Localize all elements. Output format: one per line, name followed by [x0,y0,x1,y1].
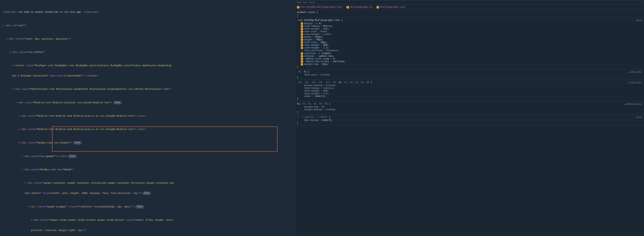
property-toggle-checkbox[interactable]: ✓ [301,52,303,55]
checkbox-icon[interactable]: ✓ [376,6,379,9]
css-property-value[interactable]: inherit; [323,87,334,90]
css-rule-block[interactable]: *, *::before, *::after { <styl box-sizin… [295,115,644,125]
css-property-value[interactable]: inherit; [322,119,333,122]
css-property-value[interactable]: 6rem; [320,30,328,33]
css-selector-dim[interactable]: h2, h3, h4, h5, h6 [301,102,328,105]
css-property-name[interactable]: margin [304,22,312,25]
css-declaration[interactable]: ✓-webkit-box-orient: vertical; [301,60,642,63]
css-rule-block[interactable]: .h1, .h2, .h3, .h4, .h5, .h6, h1, h2, h3… [295,80,644,101]
css-declaration[interactable]: margin-bottom: 0.5rem; [301,84,642,87]
expand-arrow-icon[interactable]: ▾ [16,101,18,104]
css-rule-block[interactable]: .css-10j266g-MuiTypography-root { <styl … [295,18,644,69]
css-declaration[interactable]: ✓-webkit-line-clamp: 4; [301,58,642,60]
flex-badge[interactable]: flex [68,155,76,158]
css-property-name[interactable]: height [304,38,312,41]
css-property-name[interactable]: text-overflow [304,49,322,52]
css-declaration[interactable]: ✓font-size: 6rem; [301,30,642,33]
tree-row[interactable]: ▸<div class="MuiGrid-root MuiGrid-item M… [0,114,295,118]
dom-tree[interactable]: <noscript> You need to enable JavaScript… [0,0,295,236]
source-link[interactable]: <styl [636,116,642,119]
css-declaration[interactable]: ⚠text-overflow: ellipses; [301,49,642,52]
css-property-value[interactable]: ▸ hidden; [319,52,332,55]
property-toggle-checkbox[interactable]: ✓ [301,44,303,46]
css-selector[interactable]: .css-10j266g-MuiTypography-root [297,19,340,22]
css-selector[interactable]: h1, [297,102,301,105]
css-property-value[interactable]: vertical; [333,60,346,63]
css-selector[interactable]: h1 [302,70,307,73]
css-property-name[interactable]: width [304,36,311,38]
expand-arrow-icon[interactable]: ▾ [9,51,12,54]
css-property-value[interactable]: inherit; [315,95,326,98]
tree-row[interactable]: ▸<header class="MuiPaper-root MuiAppBar-… [0,64,295,68]
expand-arrow-icon[interactable]: ▾ [22,168,24,172]
css-property-name[interactable]: line-height [304,92,320,95]
css-property-name[interactable]: -webkit-box-orient [304,60,329,63]
tree-row[interactable]: ▾<div class="MuiBox-root css-1chw9li">fl… [0,141,295,145]
expand-arrow-icon[interactable]: ▸ [12,64,15,67]
css-rule-block[interactable]: .h1, h1 { _type.scss: font-size: 2.5rem;… [295,69,644,80]
css-declaration[interactable]: ✓margin: ▸ 0; [301,22,642,25]
source-link[interactable]: _reboot.scss:1 [624,102,642,105]
css-declaration[interactable]: margin-bottom: 0.5rem; [301,108,642,111]
css-property-value[interactable]: ▸ 0; [316,22,322,25]
css-declaration[interactable]: ✓font-size: 20px; [301,41,642,44]
property-toggle-checkbox[interactable]: ✓ [301,33,303,36]
checkbox-icon[interactable]: ✓ [346,6,349,9]
property-toggle-checkbox[interactable]: ✓ [301,47,303,49]
css-declaration[interactable]: ✓width: 235px; [301,36,642,38]
expand-arrow-icon[interactable]: ▸ [18,114,21,118]
css-declaration[interactable]: ✓font-weight: 500; [301,44,642,47]
css-property-name[interactable]: font-family [304,25,320,28]
expand-arrow-icon[interactable]: ▾ [25,182,27,185]
css-declaration[interactable]: ✓height: 96px; [301,38,642,41]
css-selector[interactable]: h1, [337,81,343,84]
expand-arrow-icon[interactable]: ▾ [3,24,6,27]
checkbox-icon[interactable]: ✓ [297,6,300,9]
property-toggle-checkbox[interactable]: ✓ [301,31,303,33]
css-declaration[interactable]: ✓overflow: ▸ hidden; [301,52,642,55]
property-toggle-checkbox[interactable]: ✓ [301,58,303,60]
css-selector-dim[interactable]: .h1, [297,70,302,73]
source-link[interactable]: _type.scss: [628,70,642,73]
css-property-value[interactable]: 0.5rem; [326,108,336,111]
css-property-name[interactable]: color [304,95,311,98]
property-toggle-checkbox[interactable]: ✓ [301,28,303,30]
class-toggle[interactable]: ✓MuiTypography-root [376,6,405,9]
css-property-name[interactable]: margin-bottom [304,108,322,111]
property-toggle-checkbox[interactable]: ✓ [301,63,303,65]
css-declaration[interactable]: ✓line-height: 1.167; [301,33,642,36]
css-property-name[interactable]: line-height [304,47,320,49]
css-property-value[interactable]: -webkit-box; [318,55,334,58]
expand-arrow-icon[interactable]: ▾ [28,205,30,209]
css-property-name[interactable]: overflow [304,52,316,55]
css-property-value[interactable]: 11px; [322,63,329,66]
css-declaration[interactable]: box-sizing: inherit; [301,119,642,122]
property-toggle-checkbox[interactable]: ✓ [301,41,303,44]
flex-badge[interactable]: flex [113,101,122,104]
class-toggle[interactable]: ✓css-10j266g-MuiTypography-root [297,6,342,9]
css-property-name[interactable]: box-sizing [304,119,318,122]
css-declaration[interactable]: ✓font-family: Metric; [301,25,642,28]
add-class-input[interactable] [296,1,643,5]
property-toggle-checkbox[interactable]: ✓ [301,39,303,41]
css-selector-dim[interactable]: .h1, .h2, .h3, .h4, .h5, .h6, [297,81,337,84]
css-declaration[interactable]: ✓display: -webkit-box; [301,55,642,58]
css-property-name[interactable]: line-height [304,33,320,36]
css-property-name[interactable]: font-size [304,74,317,76]
css-property-value[interactable]: 1.2; [323,47,329,49]
source-link[interactable]: _type.scss: [628,81,642,84]
expand-arrow-icon[interactable]: ▾ [12,88,15,91]
css-property-value[interactable]: 1.167; [323,33,332,36]
flex-badge[interactable]: flex [135,205,144,208]
tree-row[interactable]: ▾<div class="css-v2kfba"> [0,51,295,54]
css-declaration[interactable]: font-family: inherit; [301,87,642,90]
expand-arrow-icon[interactable]: ▸ [22,155,24,158]
css-property-name[interactable]: margin-top [304,106,318,108]
class-toggle[interactable]: ✓MuiTypography-h1 [346,6,372,9]
tree-row[interactable]: ▾<div class="swiper-container swiper-con… [0,181,295,185]
css-property-value[interactable]: 0; [322,106,324,108]
property-toggle-checkbox[interactable]: ✓ [301,60,303,63]
tree-row[interactable]: ▾<div id="root"> [0,24,295,28]
css-property-name[interactable]: font-weight [304,44,320,47]
css-property-value[interactable]: 235px; [315,36,323,38]
